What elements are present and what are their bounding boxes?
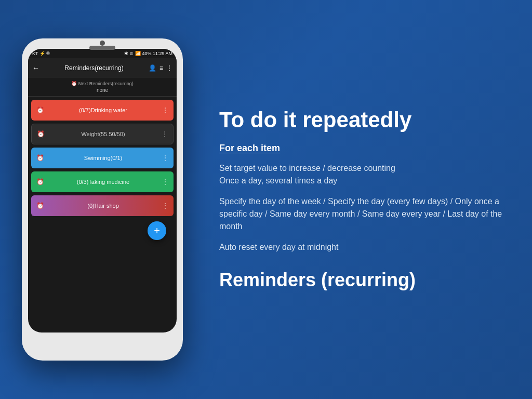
- next-reminder-value: none: [30, 87, 175, 93]
- list-item[interactable]: ⏰ Swimming(0/1) ⋮: [31, 148, 174, 168]
- next-reminder-section: ⏰ Next Reminders(recurring) none: [28, 78, 177, 97]
- fab-add-button[interactable]: +: [148, 221, 166, 240]
- reminder-text-2: Weight(55.50/50): [49, 131, 157, 137]
- next-reminder-label: ⏰ Next Reminders(recurring): [30, 81, 175, 86]
- desc1-line1: Set target value to increase / decrease …: [219, 164, 395, 172]
- bottom-title: Reminders (recurring): [219, 269, 515, 291]
- phone-screen: KT ⚡ ® ✱ ≋ 📶 40% 11:29 AM ← Reminders(re…: [28, 49, 177, 332]
- description-section: For each item Set target value to increa…: [219, 143, 515, 254]
- alarm-icon-5: ⏰: [36, 202, 44, 209]
- reminder-text-1: (0/7)Drinking water: [48, 107, 158, 113]
- reminder-text-5: (0)Hair shop: [48, 203, 158, 209]
- camera-icon: [100, 41, 105, 46]
- phone-wrapper: KT ⚡ ® ✱ ≋ 📶 40% 11:29 AM ← Reminders(re…: [11, 38, 193, 361]
- reminder-text-3: Swimming(0/1): [48, 155, 158, 161]
- desc1-line2: Once a day, several times a day: [219, 176, 337, 185]
- status-bar: KT ⚡ ® ✱ ≋ 📶 40% 11:29 AM: [28, 49, 177, 58]
- plus-icon: +: [154, 225, 160, 237]
- menu-icon-1[interactable]: ⋮: [162, 107, 168, 114]
- description-1: Set target value to increase / decrease …: [219, 162, 515, 187]
- speaker: [89, 46, 115, 50]
- right-panel: To do it repeatedly For each item Set ta…: [214, 98, 521, 301]
- reminder-text-4: (0/3)Taking medicine: [48, 179, 158, 185]
- menu-icon-2[interactable]: ⋮: [162, 130, 168, 138]
- list-item[interactable]: ⏰ (0/3)Taking medicine ⋮: [31, 171, 174, 192]
- phone-device: KT ⚡ ® ✱ ≋ 📶 40% 11:29 AM ← Reminders(re…: [22, 38, 183, 361]
- list-item[interactable]: ⏰ Weight(55.50/50) ⋮: [31, 124, 174, 144]
- menu-icon-5[interactable]: ⋮: [162, 202, 168, 209]
- back-button[interactable]: ←: [32, 64, 39, 72]
- main-layout: KT ⚡ ® ✱ ≋ 📶 40% 11:29 AM ← Reminders(re…: [11, 12, 521, 387]
- toolbar-title: Reminders(recurring): [43, 64, 145, 72]
- toolbar-icons: 👤 ≡ ⋮: [149, 64, 172, 72]
- alarm-icon-4: ⏰: [36, 178, 44, 185]
- description-2: Specify the day of the week / Specify th…: [219, 195, 515, 233]
- status-right: ✱ ≋ 📶 40% 11:29 AM: [124, 51, 172, 56]
- menu-icon-3[interactable]: ⋮: [162, 154, 168, 162]
- list-item[interactable]: ⏰ (0)Hair shop ⋮: [31, 195, 174, 216]
- list-item[interactable]: ⏰ (0/7)Drinking water ⋮: [31, 100, 174, 121]
- more-icon[interactable]: ⋮: [166, 64, 172, 72]
- person-icon[interactable]: 👤: [149, 64, 156, 72]
- alarm-icon-1: ⏰: [36, 107, 44, 114]
- for-each-item-heading: For each item: [219, 143, 515, 154]
- alarm-icon-2: ⏰: [37, 130, 45, 138]
- app-toolbar: ← Reminders(recurring) 👤 ≡ ⋮: [28, 58, 177, 78]
- menu-icon-4[interactable]: ⋮: [162, 178, 168, 185]
- main-title: To do it repeatedly: [219, 108, 515, 132]
- reminders-list: ⏰ (0/7)Drinking water ⋮ ⏰ Weight(55.50/5…: [28, 97, 177, 219]
- sort-icon[interactable]: ≡: [159, 64, 163, 72]
- status-left: KT ⚡ ®: [32, 51, 50, 56]
- alarm-icon-3: ⏰: [36, 154, 44, 162]
- description-3: Auto reset every day at midnight: [219, 241, 515, 254]
